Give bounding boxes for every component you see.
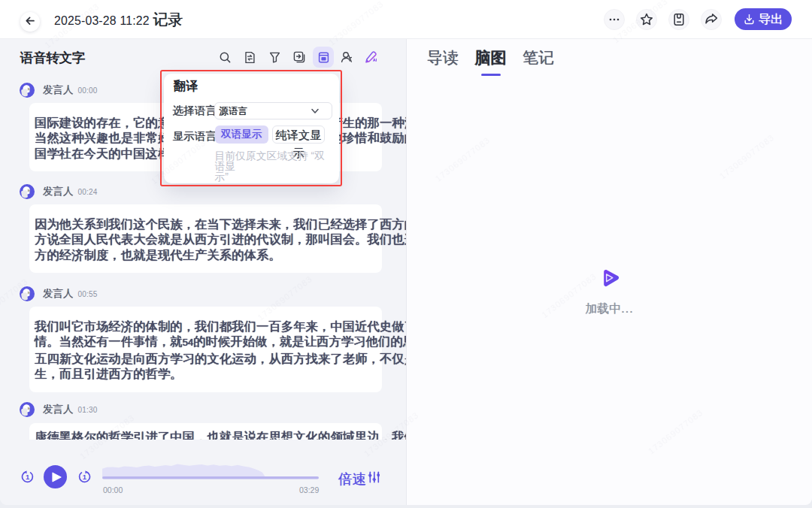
svg-text:1: 1 (83, 473, 87, 481)
svg-text:1: 1 (26, 473, 30, 481)
